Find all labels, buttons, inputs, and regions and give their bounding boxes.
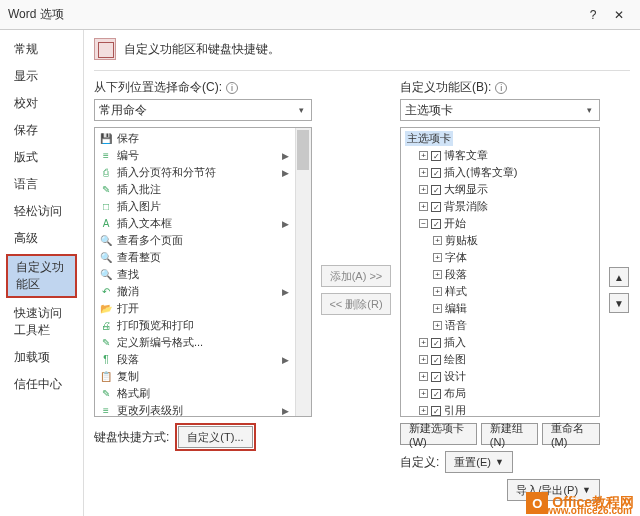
sidebar-item[interactable]: 显示 bbox=[0, 63, 83, 90]
main-panel: 自定义功能区和键盘快捷键。 从下列位置选择命令(C): i 常用命令 ▾ 💾保存… bbox=[84, 30, 640, 516]
tree-child-item[interactable]: +字体 bbox=[405, 250, 595, 265]
sidebar-item[interactable]: 版式 bbox=[0, 144, 83, 171]
command-item[interactable]: ✎插入批注 bbox=[97, 181, 293, 198]
command-item[interactable]: ↶撤消▶ bbox=[97, 283, 293, 300]
checkbox[interactable] bbox=[431, 151, 441, 161]
expand-icon[interactable]: + bbox=[433, 236, 442, 245]
checkbox[interactable] bbox=[431, 185, 441, 195]
expand-icon[interactable]: + bbox=[419, 389, 428, 398]
command-item[interactable]: ≡更改列表级别▶ bbox=[97, 402, 293, 417]
command-label: 插入文本框 bbox=[117, 216, 172, 231]
remove-button[interactable]: << 删除(R) bbox=[321, 293, 391, 315]
command-item[interactable]: ≡编号▶ bbox=[97, 147, 293, 164]
ribbon-tabs-dropdown[interactable]: 主选项卡 ▾ bbox=[400, 99, 600, 121]
sidebar-item[interactable]: 自定义功能区 bbox=[6, 254, 77, 298]
new-tab-button[interactable]: 新建选项卡(W) bbox=[400, 423, 477, 445]
sidebar-item[interactable]: 信任中心 bbox=[0, 371, 83, 398]
expand-icon[interactable]: + bbox=[419, 355, 428, 364]
close-button[interactable]: ✕ bbox=[606, 8, 632, 22]
tree-root[interactable]: 主选项卡 bbox=[405, 131, 595, 146]
rename-button[interactable]: 重命名(M) bbox=[542, 423, 600, 445]
checkbox[interactable] bbox=[431, 338, 441, 348]
tree-item[interactable]: +插入 bbox=[405, 335, 595, 350]
tree-label: 编辑 bbox=[445, 301, 467, 316]
command-item[interactable]: ✎定义新编号格式... bbox=[97, 334, 293, 351]
tree-child-item[interactable]: +段落 bbox=[405, 267, 595, 282]
command-item[interactable]: ✎格式刷 bbox=[97, 385, 293, 402]
tree-label: 字体 bbox=[445, 250, 467, 265]
customize-keyboard-button[interactable]: 自定义(T)... bbox=[178, 426, 252, 448]
expand-icon[interactable]: + bbox=[419, 185, 428, 194]
command-item[interactable]: 🔍查找 bbox=[97, 266, 293, 283]
help-icon[interactable]: i bbox=[226, 82, 238, 94]
tree-item[interactable]: +背景消除 bbox=[405, 199, 595, 214]
reset-dropdown[interactable]: 重置(E)▼ bbox=[445, 451, 513, 473]
checkbox[interactable] bbox=[431, 168, 441, 178]
command-item[interactable]: 📋复制 bbox=[97, 368, 293, 385]
sidebar-item[interactable]: 快速访问工具栏 bbox=[0, 300, 83, 344]
commands-source-dropdown[interactable]: 常用命令 ▾ bbox=[94, 99, 312, 121]
expand-icon[interactable]: − bbox=[419, 219, 428, 228]
expand-icon[interactable]: + bbox=[419, 202, 428, 211]
checkbox[interactable] bbox=[431, 219, 441, 229]
sidebar-item[interactable]: 语言 bbox=[0, 171, 83, 198]
sidebar-item[interactable]: 校对 bbox=[0, 90, 83, 117]
checkbox[interactable] bbox=[431, 406, 441, 416]
command-item[interactable]: 🔍查看整页 bbox=[97, 249, 293, 266]
tree-item[interactable]: +大纲显示 bbox=[405, 182, 595, 197]
tree-child-item[interactable]: +编辑 bbox=[405, 301, 595, 316]
expand-icon[interactable]: + bbox=[419, 151, 428, 160]
sidebar-item[interactable]: 常规 bbox=[0, 36, 83, 63]
expand-icon[interactable]: + bbox=[419, 168, 428, 177]
sidebar-item[interactable]: 轻松访问 bbox=[0, 198, 83, 225]
expand-icon[interactable]: + bbox=[433, 270, 442, 279]
tree-item[interactable]: +博客文章 bbox=[405, 148, 595, 163]
commands-listbox[interactable]: 💾保存≡编号▶⎙插入分页符和分节符▶✎插入批注□插入图片A插入文本框▶🔍查看多个… bbox=[94, 127, 312, 417]
tree-child-item[interactable]: +样式 bbox=[405, 284, 595, 299]
expand-icon[interactable]: + bbox=[433, 287, 442, 296]
chevron-down-icon: ▾ bbox=[582, 103, 596, 117]
help-button[interactable]: ? bbox=[580, 8, 606, 22]
move-down-button[interactable]: ▼ bbox=[609, 293, 629, 313]
tree-item[interactable]: +设计 bbox=[405, 369, 595, 384]
tree-item[interactable]: +引用 bbox=[405, 403, 595, 417]
command-item[interactable]: ¶段落▶ bbox=[97, 351, 293, 368]
sidebar-item[interactable]: 高级 bbox=[0, 225, 83, 252]
command-item[interactable]: 💾保存 bbox=[97, 130, 293, 147]
submenu-arrow-icon: ▶ bbox=[282, 287, 291, 297]
command-item[interactable]: 📂打开 bbox=[97, 300, 293, 317]
sidebar-item[interactable]: 保存 bbox=[0, 117, 83, 144]
expand-icon[interactable]: + bbox=[419, 372, 428, 381]
move-up-button[interactable]: ▲ bbox=[609, 267, 629, 287]
submenu-arrow-icon: ▶ bbox=[282, 406, 291, 416]
expand-icon[interactable]: + bbox=[433, 321, 442, 330]
command-icon: ¶ bbox=[99, 353, 113, 367]
tree-item[interactable]: +布局 bbox=[405, 386, 595, 401]
expand-icon[interactable]: + bbox=[419, 338, 428, 347]
add-button[interactable]: 添加(A) >> bbox=[321, 265, 391, 287]
command-label: 打印预览和打印 bbox=[117, 318, 194, 333]
tree-child-item[interactable]: +剪贴板 bbox=[405, 233, 595, 248]
expand-icon[interactable]: + bbox=[433, 253, 442, 262]
checkbox[interactable] bbox=[431, 372, 441, 382]
checkbox[interactable] bbox=[431, 202, 441, 212]
ribbon-tree[interactable]: 主选项卡+博客文章+插入(博客文章)+大纲显示+背景消除−开始+剪贴板+字体+段… bbox=[400, 127, 600, 417]
command-item[interactable]: □插入图片 bbox=[97, 198, 293, 215]
command-item[interactable]: 🖨打印预览和打印 bbox=[97, 317, 293, 334]
help-icon[interactable]: i bbox=[495, 82, 507, 94]
sidebar-item[interactable]: 加载项 bbox=[0, 344, 83, 371]
expand-icon[interactable]: + bbox=[433, 304, 442, 313]
scrollbar[interactable] bbox=[295, 128, 311, 416]
checkbox[interactable] bbox=[431, 355, 441, 365]
checkbox[interactable] bbox=[431, 389, 441, 399]
tree-child-item[interactable]: +语音 bbox=[405, 318, 595, 333]
expand-icon[interactable]: + bbox=[419, 406, 428, 415]
tree-item[interactable]: +插入(博客文章) bbox=[405, 165, 595, 180]
command-item[interactable]: 🔍查看多个页面 bbox=[97, 232, 293, 249]
new-group-button[interactable]: 新建组(N) bbox=[481, 423, 538, 445]
command-item[interactable]: ⎙插入分页符和分节符▶ bbox=[97, 164, 293, 181]
tree-item[interactable]: +绘图 bbox=[405, 352, 595, 367]
command-icon: 🔍 bbox=[99, 251, 113, 265]
tree-item[interactable]: −开始 bbox=[405, 216, 595, 231]
command-item[interactable]: A插入文本框▶ bbox=[97, 215, 293, 232]
